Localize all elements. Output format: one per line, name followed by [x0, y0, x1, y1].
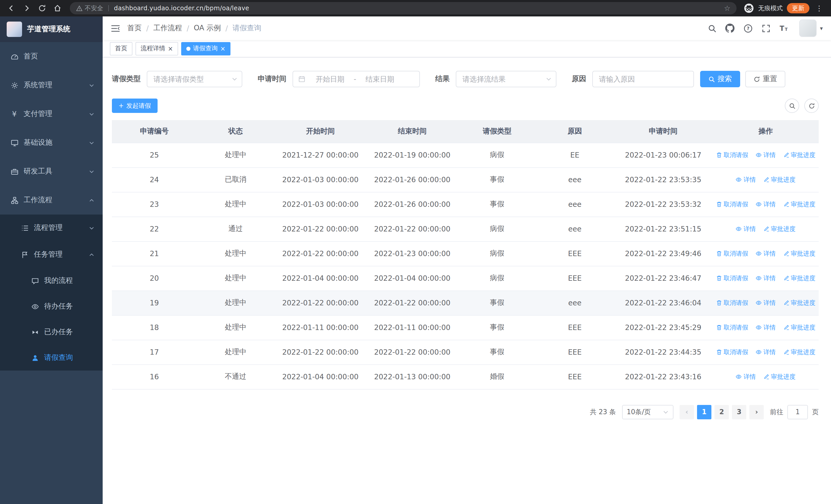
forward-button[interactable]: [20, 1, 34, 16]
sidebar-item-workflow[interactable]: 工作流程: [0, 186, 103, 214]
update-button[interactable]: 更新: [787, 3, 809, 13]
page-buttons: ‹ 1 2 3 ›: [680, 405, 764, 419]
reload-icon: [38, 4, 46, 12]
cell-apply-no: 17: [112, 340, 197, 364]
sidebar-item-infra[interactable]: 基础设施: [0, 128, 103, 157]
audit-progress-link[interactable]: 审批进度: [763, 225, 796, 234]
end-date-input[interactable]: [357, 71, 402, 87]
sidebar-item-home[interactable]: 首页: [0, 42, 103, 71]
tab-leave-query[interactable]: 请假查询 ×: [181, 42, 230, 55]
sidebar-item-devtools[interactable]: 研发工具: [0, 157, 103, 186]
sidebar-item-label: 任务管理: [34, 250, 63, 259]
detail-link[interactable]: 详情: [755, 348, 776, 357]
sidebar-item-my-processes[interactable]: 我的流程: [0, 268, 103, 294]
tab-process-detail[interactable]: 流程详情 ×: [136, 42, 178, 55]
security-warning-label: 不安全: [85, 4, 103, 12]
header-search-icon[interactable]: [708, 24, 717, 33]
fullscreen-icon[interactable]: [762, 24, 771, 33]
reason-input[interactable]: [592, 71, 694, 87]
result-input[interactable]: [456, 71, 556, 87]
audit-progress-link[interactable]: 审批进度: [783, 151, 815, 159]
detail-link[interactable]: 详情: [736, 176, 756, 184]
help-icon[interactable]: ?: [744, 24, 753, 33]
cancel-leave-link[interactable]: 取消请假: [716, 274, 748, 283]
cell-apply-no: 16: [112, 364, 197, 389]
search-button[interactable]: 搜索: [700, 71, 740, 87]
page-button-1[interactable]: 1: [697, 405, 711, 419]
result-select[interactable]: [456, 71, 556, 87]
date-range-picker[interactable]: -: [292, 71, 420, 87]
detail-link[interactable]: 详情: [755, 249, 776, 258]
breadcrumb-oa-example[interactable]: OA 示例: [194, 24, 221, 33]
cancel-leave-link[interactable]: 取消请假: [716, 151, 748, 159]
detail-link[interactable]: 详情: [755, 274, 776, 283]
url-bar[interactable]: 不安全 dashboard.yudao.iocoder.cn/bpm/oa/le…: [70, 2, 737, 14]
audit-progress-link[interactable]: 审批进度: [783, 200, 815, 209]
detail-link[interactable]: 详情: [755, 323, 776, 332]
sidebar-item-done-tasks[interactable]: 已办任务: [0, 319, 103, 345]
sidebar-item-task-management[interactable]: 任务管理: [0, 241, 103, 268]
sidebar-item-todo-tasks[interactable]: 待办任务: [0, 294, 103, 319]
detail-link[interactable]: 详情: [755, 200, 776, 209]
app-title: 芋道管理系统: [27, 25, 70, 34]
cancel-leave-link[interactable]: 取消请假: [716, 323, 748, 332]
leave-type-select[interactable]: [147, 71, 242, 87]
tab-home[interactable]: 首页: [110, 42, 133, 55]
font-size-icon[interactable]: TT: [779, 24, 789, 33]
breadcrumb-home[interactable]: 首页: [127, 24, 142, 33]
cell-apply-no: 24: [112, 167, 197, 192]
detail-link[interactable]: 详情: [755, 151, 776, 159]
security-warning[interactable]: 不安全: [76, 4, 103, 12]
cancel-leave-link[interactable]: 取消请假: [716, 249, 748, 258]
close-tab-icon[interactable]: ×: [168, 46, 173, 52]
sidebar-item-process-management[interactable]: 流程管理: [0, 214, 103, 241]
page-button-3[interactable]: 3: [732, 405, 746, 419]
cancel-leave-link[interactable]: 取消请假: [716, 348, 748, 357]
sidebar-item-payment[interactable]: ¥ 支付管理: [0, 99, 103, 128]
browser-menu-icon[interactable]: ⋮: [813, 4, 825, 12]
audit-progress-link[interactable]: 审批进度: [783, 299, 815, 307]
audit-progress-link[interactable]: 审批进度: [763, 176, 796, 184]
create-leave-button[interactable]: + 发起请假: [112, 98, 157, 113]
audit-progress-link[interactable]: 审批进度: [783, 348, 815, 357]
back-icon: [7, 4, 16, 12]
audit-progress-link[interactable]: 审批进度: [783, 323, 815, 332]
audit-progress-link[interactable]: 审批进度: [783, 274, 815, 283]
back-button[interactable]: [4, 1, 19, 16]
reload-button[interactable]: [35, 1, 49, 16]
refresh-table-button[interactable]: [804, 98, 819, 113]
toggle-search-button[interactable]: [785, 98, 799, 113]
audit-progress-link[interactable]: 审批进度: [763, 373, 796, 381]
sidebar-toggle-icon[interactable]: [111, 24, 120, 32]
cancel-leave-link[interactable]: 取消请假: [716, 200, 748, 209]
github-icon[interactable]: [725, 24, 735, 33]
page-button-2[interactable]: 2: [715, 405, 729, 419]
breadcrumb-workflow[interactable]: 工作流程: [153, 24, 182, 33]
cell-end-time: 2022-01-22 00:00:00: [366, 291, 458, 315]
leave-type-input[interactable]: [147, 71, 242, 87]
next-page-button[interactable]: ›: [749, 405, 764, 419]
reason-field[interactable]: [592, 71, 694, 87]
user-menu[interactable]: ▾: [799, 20, 823, 37]
forward-icon: [23, 4, 31, 12]
detail-link[interactable]: 详情: [736, 373, 756, 381]
home-button[interactable]: [50, 1, 65, 16]
sidebar-item-label: 待办任务: [44, 302, 73, 311]
audit-progress-link[interactable]: 审批进度: [783, 249, 815, 258]
cancel-leave-link[interactable]: 取消请假: [716, 299, 748, 307]
goto-page-input[interactable]: [787, 405, 808, 419]
prev-page-button[interactable]: ‹: [680, 405, 694, 419]
bookmark-star-icon[interactable]: ☆: [724, 5, 730, 12]
start-date-input[interactable]: [308, 71, 353, 87]
detail-link[interactable]: 详情: [755, 299, 776, 307]
sidebar-item-system[interactable]: 系统管理: [0, 71, 103, 99]
sidebar-logo[interactable]: 芋道管理系统: [0, 17, 103, 42]
page-content: 请假类型 申请时间 -: [103, 58, 831, 504]
sidebar-item-leave-query[interactable]: 请假查询: [0, 345, 103, 370]
cell-start-time: 2021-12-27 00:00:00: [274, 143, 366, 167]
close-tab-icon[interactable]: ×: [220, 46, 225, 52]
reset-button[interactable]: 重置: [745, 71, 785, 87]
home-icon: [53, 4, 62, 12]
page-size-select[interactable]: 10条/页: [622, 405, 674, 419]
detail-link[interactable]: 详情: [736, 225, 756, 234]
